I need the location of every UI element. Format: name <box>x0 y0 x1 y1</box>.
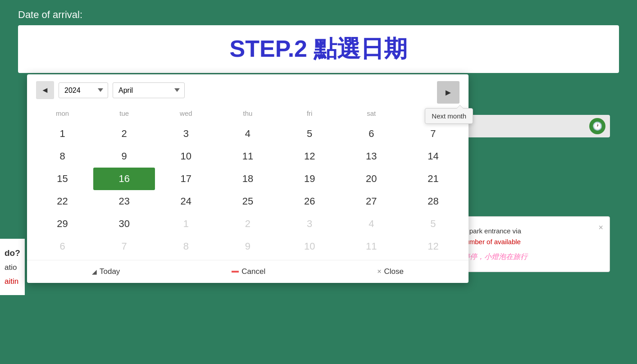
calendar-day: 9 <box>217 235 278 258</box>
calendar-day[interactable]: 2 <box>93 123 155 145</box>
calendar-row: 1234567 <box>32 123 464 145</box>
left-partial-text: do? atio aitin <box>0 239 25 295</box>
cancel-button[interactable]: Cancel <box>232 267 265 276</box>
date-of-arrival-label: Date of arrival: <box>18 9 619 21</box>
col-tue: tue <box>93 106 155 123</box>
col-fri: fri <box>279 106 341 123</box>
calendar-day: 2 <box>217 213 278 235</box>
calendar-day[interactable]: 12 <box>279 145 341 168</box>
calendar-day: 12 <box>402 235 464 258</box>
today-label: Today <box>100 267 120 276</box>
calendar-day[interactable]: 7 <box>402 123 464 145</box>
left-line3: aitin <box>5 275 20 289</box>
calendar-grid-wrapper: mon tue wed thu fri sat sun 123456789101… <box>27 106 469 258</box>
calendar-day[interactable]: 30 <box>93 213 155 235</box>
col-thu: thu <box>217 106 278 123</box>
calendar-row: 15161718192021 <box>32 168 464 190</box>
cancel-label: Cancel <box>241 267 265 276</box>
prev-month-button[interactable]: ◄ <box>36 81 54 99</box>
month-select[interactable]: January February March April May June Ju… <box>113 82 185 98</box>
calendar-header: ◄ 2024 2023 2025 January February March … <box>27 74 469 106</box>
step-banner-text: STEP.2 點選日期 <box>230 36 408 62</box>
calendar-day[interactable]: 16 <box>93 168 155 190</box>
calendar-day: 10 <box>279 235 341 258</box>
calendar-footer: ◢ Today Cancel × Close <box>27 260 469 283</box>
calendar-day: 7 <box>93 235 155 258</box>
calendar-day[interactable]: 17 <box>155 168 217 190</box>
calendar-day[interactable]: 15 <box>32 168 93 190</box>
calendar-day[interactable]: 29 <box>32 213 93 235</box>
calendar-day: 8 <box>155 235 217 258</box>
year-select[interactable]: 2024 2023 2025 <box>59 82 108 98</box>
calendar-row: 22232425262728 <box>32 190 464 213</box>
calendar-day[interactable]: 21 <box>402 168 464 190</box>
calendar-day[interactable]: 22 <box>32 190 93 213</box>
calendar-day: 11 <box>341 235 402 258</box>
left-line1: do? <box>5 246 20 261</box>
calendar-day: 6 <box>32 235 93 258</box>
calendar-day[interactable]: 1 <box>32 123 93 145</box>
calendar-day[interactable]: 11 <box>217 145 278 168</box>
today-button[interactable]: ◢ Today <box>92 267 120 276</box>
calendar-day[interactable]: 14 <box>402 145 464 168</box>
next-month-button[interactable]: ► <box>437 81 460 104</box>
next-month-tooltip: Next month <box>425 108 473 124</box>
calendar-row: 6789101112 <box>32 235 464 258</box>
calendar-table: mon tue wed thu fri sat sun 123456789101… <box>32 106 464 258</box>
calendar-day[interactable]: 13 <box>341 145 402 168</box>
chinese-watermark: 走走停停，小燈泡在旅行 <box>448 251 601 263</box>
calendar-day[interactable]: 6 <box>341 123 402 145</box>
col-wed: wed <box>155 106 217 123</box>
calendar-day[interactable]: 25 <box>217 190 278 213</box>
calendar-day[interactable]: 24 <box>155 190 217 213</box>
calendar-popup: ◄ 2024 2023 2025 January February March … <box>27 74 469 283</box>
col-sat: sat <box>341 106 402 123</box>
calendar-day[interactable]: 8 <box>32 145 93 168</box>
close-label: Close <box>384 267 404 276</box>
calendar-body: 1234567891011121314151617181920212223242… <box>32 123 464 258</box>
calendar-day: 4 <box>341 213 402 235</box>
calendar-day[interactable]: 18 <box>217 168 278 190</box>
close-icon: × <box>377 268 381 276</box>
calendar-header-row: mon tue wed thu fri sat sun <box>32 106 464 123</box>
calendar-day[interactable]: 26 <box>279 190 341 213</box>
info-box-close[interactable]: × <box>598 221 603 234</box>
calendar-day[interactable]: 27 <box>341 190 402 213</box>
calendar-day[interactable]: 4 <box>217 123 278 145</box>
top-section: Date of arrival: STEP.2 點選日期 <box>0 0 637 77</box>
calendar-day[interactable]: 10 <box>155 145 217 168</box>
today-icon: ◢ <box>92 268 97 275</box>
page-background: Date of arrival: STEP.2 點選日期 🕐 ◄ 2024 20… <box>0 0 637 364</box>
calendar-day[interactable]: 19 <box>279 168 341 190</box>
info-text-1: nd per park entrance via <box>448 226 601 237</box>
cancel-icon <box>232 271 239 273</box>
step-banner: STEP.2 點選日期 <box>18 25 619 73</box>
calendar-day[interactable]: 5 <box>279 123 341 145</box>
calendar-day: 5 <box>402 213 464 235</box>
calendar-row: 891011121314 <box>32 145 464 168</box>
calendar-day[interactable]: 23 <box>93 190 155 213</box>
calendar-day[interactable]: 9 <box>93 145 155 168</box>
calendar-day[interactable]: 20 <box>341 168 402 190</box>
left-line2: atio <box>5 261 20 275</box>
calendar-day: 3 <box>279 213 341 235</box>
close-button[interactable]: × Close <box>377 267 404 276</box>
calendar-day: 1 <box>155 213 217 235</box>
calendar-day[interactable]: 28 <box>402 190 464 213</box>
clock-icon: 🕐 <box>589 118 605 134</box>
info-text-2: The number of available <box>448 237 601 247</box>
calendar-day[interactable]: 3 <box>155 123 217 145</box>
col-mon: mon <box>32 106 93 123</box>
calendar-row: 293012345 <box>32 213 464 235</box>
